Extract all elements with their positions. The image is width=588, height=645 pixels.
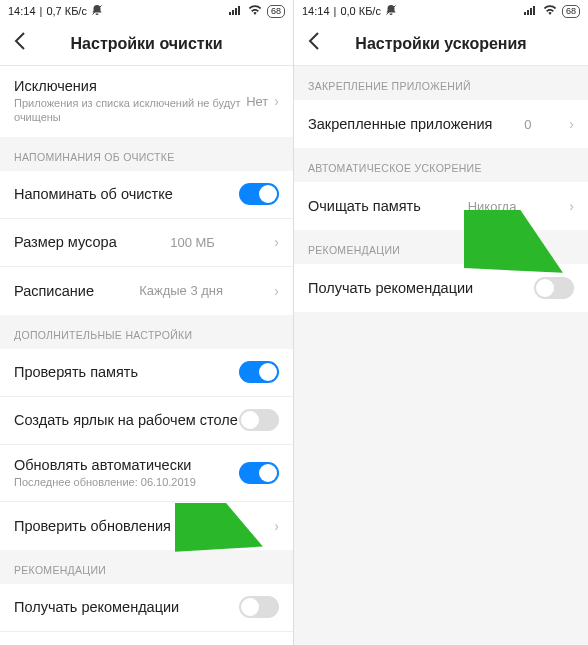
dnd-icon [91,4,103,18]
row-label: Создать ярлык на рабочем столе [14,412,238,428]
get-recs-row[interactable]: Получать рекомендации [0,584,293,632]
get-recs-toggle[interactable] [239,596,279,618]
row-label: Очищать память [308,198,421,214]
status-net: 0,7 КБ/с [46,5,87,17]
chevron-right-icon: › [274,93,279,109]
svg-rect-7 [524,12,526,15]
status-time: 14:14 [302,5,330,17]
signal-icon [524,5,538,17]
pinned-apps-row[interactable]: Закрепленные приложения 0 › [294,100,588,148]
page-title: Настройки ускорения [294,35,588,53]
svg-rect-3 [235,8,237,15]
row-value: Никогда [468,199,517,214]
trash-size-row[interactable]: Размер мусора 100 МБ › [0,219,293,267]
svg-rect-9 [530,8,532,15]
exclusions-row[interactable]: Исключения Приложения из списка исключен… [0,66,293,137]
wifi-icon [543,5,557,17]
row-label: Напоминать об очистке [14,186,173,202]
wifi-icon [248,5,262,17]
status-bar: 14:14 | 0,0 КБ/с 68 [294,0,588,22]
status-net: 0,0 КБ/с [340,5,381,17]
row-value: Нет [246,94,268,109]
row-label: Закрепленные приложения [308,116,492,132]
row-sublabel: Последнее обновление: 06.10.2019 [14,475,239,489]
row-label: Расписание [14,283,94,299]
section-header-reminders: НАПОМИНАНИЯ ОБ ОЧИСТКЕ [0,137,293,171]
svg-rect-8 [527,10,529,15]
phone-left: 14:14 | 0,7 КБ/с 68 Настройк [0,0,294,645]
svg-rect-1 [229,12,231,15]
row-label: Проверять память [14,364,138,380]
check-updates-row[interactable]: Проверить обновления › [0,502,293,550]
page-title: Настройки очистки [0,35,293,53]
get-recs-toggle[interactable] [534,277,574,299]
row-value: 0 [524,117,531,132]
back-button[interactable] [294,32,334,55]
check-memory-row[interactable]: Проверять память [0,349,293,397]
row-label: Получать рекомендации [308,280,473,296]
signal-icon [229,5,243,17]
section-header-pin: ЗАКРЕПЛЕНИЕ ПРИЛОЖЕНИЙ [294,66,588,100]
titlebar: Настройки очистки [0,22,293,66]
auto-update-toggle[interactable] [239,462,279,484]
remind-toggle[interactable] [239,183,279,205]
auto-update-row[interactable]: Обновлять автоматически Последнее обновл… [0,445,293,502]
check-memory-toggle[interactable] [239,361,279,383]
row-sublabel: Приложения из списка исключений не будут… [14,96,246,125]
row-label: Получать рекомендации [14,599,179,615]
svg-rect-4 [238,6,240,15]
section-header-auto: АВТОМАТИЧЕСКОЕ УСКОРЕНИЕ [294,148,588,182]
status-time: 14:14 [8,5,36,17]
section-header-recs: РЕКОМЕНДАЦИИ [0,550,293,584]
section-header-recs: РЕКОМЕНДАЦИИ [294,230,588,264]
status-bar: 14:14 | 0,7 КБ/с 68 [0,0,293,22]
svg-rect-10 [533,6,535,15]
row-label: Размер мусора [14,234,117,250]
phone-right: 14:14 | 0,0 КБ/с 68 Настройк [294,0,588,645]
schedule-row[interactable]: Расписание Каждые 3 дня › [0,267,293,315]
remind-row[interactable]: Напоминать об очистке [0,171,293,219]
titlebar: Настройки ускорения [294,22,588,66]
section-header-advanced: ДОПОЛНИТЕЛЬНЫЕ НАСТРОЙКИ [0,315,293,349]
chevron-right-icon: › [569,116,574,132]
chevron-right-icon: › [274,518,279,534]
clear-memory-row[interactable]: Очищать память Никогда › [294,182,588,230]
chevron-right-icon: › [274,234,279,250]
row-label: Исключения [14,78,246,94]
row-label: Проверить обновления [14,518,171,534]
svg-rect-2 [232,10,234,15]
get-recs-row[interactable]: Получать рекомендации [294,264,588,312]
back-button[interactable] [0,32,40,55]
shortcut-toggle[interactable] [239,409,279,431]
row-value: Каждые 3 дня [139,283,223,298]
chevron-right-icon: › [274,283,279,299]
chevron-right-icon: › [569,198,574,214]
battery-icon: 68 [562,5,580,18]
row-value: 100 МБ [170,235,215,250]
dnd-icon [385,4,397,18]
shortcut-row[interactable]: Создать ярлык на рабочем столе [0,397,293,445]
row-label: Обновлять автоматически [14,457,239,473]
wifi-only-row[interactable]: Загружать только по Wi-Fi [0,632,293,645]
battery-icon: 68 [267,5,285,18]
